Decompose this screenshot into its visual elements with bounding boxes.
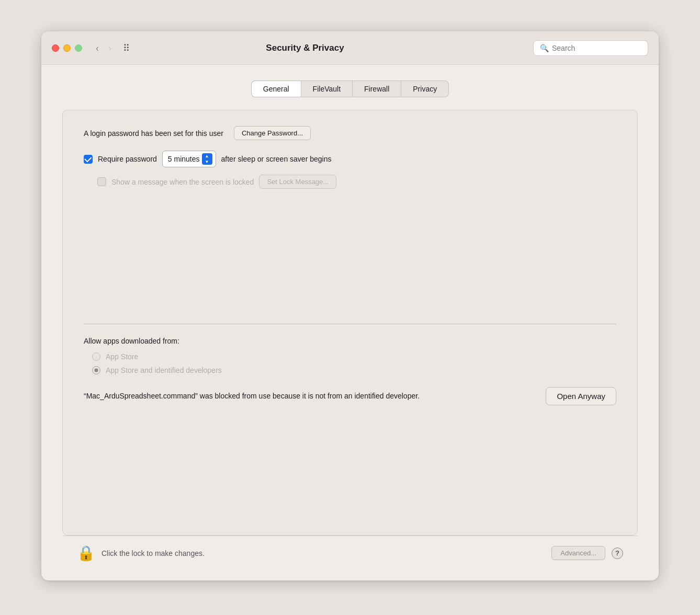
- section-divider: [84, 324, 616, 324]
- show-message-row: Show a message when the screen is locked…: [97, 175, 616, 189]
- settings-panel: A login password has been set for this u…: [62, 110, 638, 536]
- stepper-arrows[interactable]: ▲ ▼: [202, 153, 212, 165]
- tab-privacy[interactable]: Privacy: [401, 81, 449, 97]
- tab-firewall[interactable]: Firewall: [353, 81, 401, 97]
- tabs-bar: General FileVault Firewall Privacy: [62, 81, 638, 97]
- change-password-button[interactable]: Change Password...: [234, 126, 311, 140]
- require-password-checkbox[interactable]: [84, 155, 93, 164]
- minimize-button[interactable]: [63, 44, 71, 52]
- require-password-label: Require password: [98, 155, 157, 163]
- window-title: Security & Privacy: [83, 43, 527, 53]
- arrow-up-icon[interactable]: ▲: [202, 153, 212, 159]
- advanced-button[interactable]: Advanced...: [551, 546, 605, 560]
- content-area: General FileVault Firewall Privacy A log…: [41, 65, 659, 580]
- password-description: A login password has been set for this u…: [84, 129, 223, 138]
- show-message-label: Show a message when the screen is locked: [111, 178, 254, 186]
- radio-app-store-label: App Store: [106, 352, 138, 361]
- tab-filevault[interactable]: FileVault: [301, 81, 353, 97]
- require-password-row: Require password 5 minutes ▲ ▼ after sle…: [84, 151, 616, 167]
- search-bar[interactable]: 🔍: [533, 40, 648, 56]
- lock-label: Click the lock to make changes.: [101, 549, 545, 557]
- lock-icon[interactable]: 🔒: [77, 544, 95, 562]
- dropdown-value: 5 minutes: [168, 155, 200, 163]
- titlebar: ‹ › ⠿ Security & Privacy 🔍: [41, 31, 659, 65]
- password-timeout-dropdown[interactable]: 5 minutes ▲ ▼: [162, 151, 216, 167]
- radio-group: App Store App Store and identified devel…: [92, 352, 616, 374]
- close-button[interactable]: [52, 44, 59, 52]
- main-window: ‹ › ⠿ Security & Privacy 🔍 General FileV…: [41, 31, 659, 580]
- radio-row-app-store: App Store: [92, 352, 616, 361]
- radio-identified-label: App Store and identified developers: [106, 366, 222, 374]
- bottom-bar: 🔒 Click the lock to make changes. Advanc…: [62, 536, 638, 570]
- search-input[interactable]: [552, 44, 641, 52]
- password-row: A login password has been set for this u…: [84, 126, 616, 140]
- set-lock-message-button[interactable]: Set Lock Message...: [259, 175, 336, 189]
- search-icon: 🔍: [540, 44, 549, 52]
- radio-row-identified: App Store and identified developers: [92, 366, 616, 374]
- blocked-row: “Mac_ArduSpreadsheet.command” was blocke…: [84, 387, 616, 405]
- tab-general[interactable]: General: [251, 81, 301, 97]
- open-anyway-button[interactable]: Open Anyway: [546, 387, 616, 405]
- radio-identified-developers[interactable]: [92, 366, 100, 374]
- allow-apps-label: Allow apps downloaded from:: [84, 337, 616, 345]
- traffic-lights: [52, 44, 82, 52]
- after-sleep-label: after sleep or screen saver begins: [221, 155, 332, 163]
- radio-app-store[interactable]: [92, 352, 100, 361]
- show-message-checkbox[interactable]: [97, 177, 106, 186]
- arrow-down-icon[interactable]: ▼: [202, 159, 212, 165]
- maximize-button[interactable]: [75, 44, 82, 52]
- help-button[interactable]: ?: [612, 548, 623, 559]
- blocked-text: “Mac_ArduSpreadsheet.command” was blocke…: [84, 391, 533, 402]
